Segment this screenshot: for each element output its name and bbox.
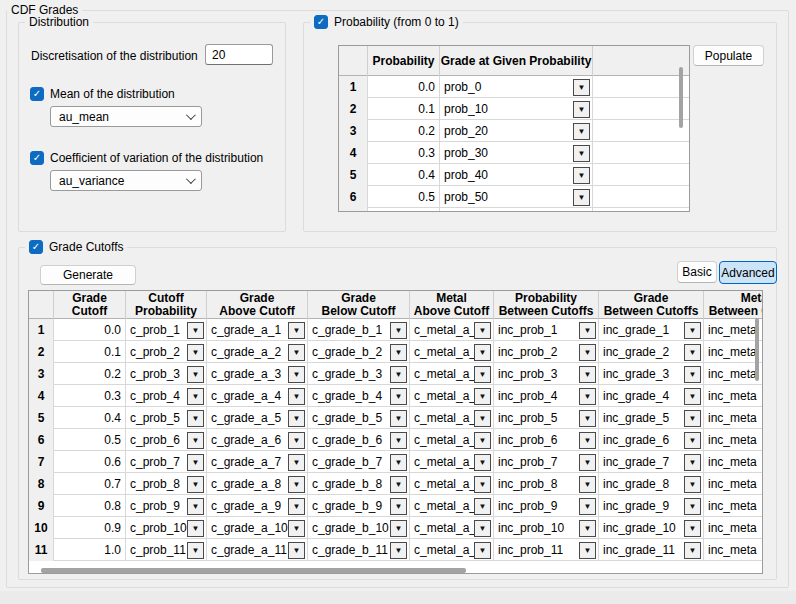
dropdown-button[interactable]: ▼ [288, 410, 305, 427]
grade-cutoff-cell: 0.6 [54, 451, 126, 473]
dropdown-button[interactable]: ▼ [684, 366, 701, 383]
mean-checkbox[interactable]: ✓ [30, 87, 44, 101]
dropdown-button[interactable]: ▼ [684, 520, 701, 537]
dropdown-button[interactable]: ▼ [579, 432, 596, 449]
grade_between-cell: inc_grade_5▼ [599, 407, 704, 429]
dropdown-button[interactable]: ▼ [684, 454, 701, 471]
cov-checkbox[interactable]: ✓ [30, 151, 44, 165]
mean-variable-select[interactable]: au_mean [50, 106, 202, 127]
dropdown-button[interactable]: ▼ [474, 454, 491, 471]
dropdown-button[interactable]: ▼ [288, 476, 305, 493]
dropdown-button[interactable]: ▼ [684, 542, 701, 559]
basic-button[interactable]: Basic [677, 261, 717, 283]
dropdown-button[interactable]: ▼ [390, 410, 407, 427]
dropdown-button[interactable]: ▼ [579, 410, 596, 427]
dropdown-button[interactable]: ▼ [187, 454, 204, 471]
dropdown-button[interactable]: ▼ [288, 322, 305, 339]
dropdown-button[interactable]: ▼ [187, 322, 204, 339]
dropdown-button[interactable]: ▼ [684, 344, 701, 361]
dropdown-button[interactable]: ▼ [390, 454, 407, 471]
dropdown-button[interactable]: ▼ [474, 322, 491, 339]
grade-value: prob_20 [440, 124, 573, 138]
dropdown-button[interactable]: ▼ [187, 366, 204, 383]
dropdown-button[interactable]: ▼ [579, 388, 596, 405]
dropdown-button[interactable]: ▼ [288, 388, 305, 405]
vertical-scrollbar-thumb[interactable] [755, 318, 759, 381]
grade-cutoffs-checkbox[interactable]: ✓ [29, 240, 43, 254]
dropdown-button[interactable]: ▼ [573, 123, 590, 140]
dropdown-button[interactable]: ▼ [573, 211, 590, 213]
dropdown-button[interactable]: ▼ [579, 520, 596, 537]
dropdown-button[interactable]: ▼ [474, 410, 491, 427]
dropdown-button[interactable]: ▼ [187, 432, 204, 449]
dropdown-button[interactable]: ▼ [684, 322, 701, 339]
grade_below-value: c_grade_b_10 [308, 521, 390, 535]
dropdown-button[interactable]: ▼ [573, 79, 590, 96]
populate-button[interactable]: Populate [693, 45, 764, 66]
metal_above-cell: c_metal_a_11▼ [410, 539, 494, 561]
dropdown-button[interactable]: ▼ [579, 498, 596, 515]
dropdown-button[interactable]: ▼ [579, 476, 596, 493]
dropdown-button[interactable]: ▼ [390, 344, 407, 361]
dropdown-button[interactable]: ▼ [187, 542, 204, 559]
dropdown-button[interactable]: ▼ [288, 542, 305, 559]
dropdown-button[interactable]: ▼ [187, 520, 204, 537]
dropdown-button[interactable]: ▼ [390, 388, 407, 405]
dropdown-button[interactable]: ▼ [579, 454, 596, 471]
dropdown-button[interactable]: ▼ [579, 366, 596, 383]
dropdown-button[interactable]: ▼ [573, 167, 590, 184]
dropdown-button[interactable]: ▼ [474, 344, 491, 361]
dropdown-button[interactable]: ▼ [187, 498, 204, 515]
dropdown-button[interactable]: ▼ [474, 388, 491, 405]
vertical-scrollbar-thumb[interactable] [679, 67, 683, 128]
cov-variable-select[interactable]: au_variance [50, 170, 202, 191]
dropdown-button[interactable]: ▼ [390, 476, 407, 493]
dropdown-button[interactable]: ▼ [684, 388, 701, 405]
dropdown-button[interactable]: ▼ [390, 432, 407, 449]
dropdown-button[interactable]: ▼ [390, 322, 407, 339]
metal_above-cell: c_metal_a_9▼ [410, 495, 494, 517]
dropdown-button[interactable]: ▼ [573, 189, 590, 206]
advanced-button[interactable]: Advanced [719, 261, 777, 284]
dropdown-button[interactable]: ▼ [573, 101, 590, 118]
dropdown-button[interactable]: ▼ [390, 542, 407, 559]
dropdown-button[interactable]: ▼ [579, 542, 596, 559]
probability-checkbox[interactable]: ✓ [314, 15, 328, 29]
dropdown-button[interactable]: ▼ [288, 366, 305, 383]
dropdown-button[interactable]: ▼ [187, 344, 204, 361]
row-number: 3 [339, 120, 368, 142]
dropdown-button[interactable]: ▼ [684, 476, 701, 493]
grade_between-value: inc_grade_4 [599, 389, 684, 403]
dropdown-button[interactable]: ▼ [187, 388, 204, 405]
dropdown-button[interactable]: ▼ [573, 145, 590, 162]
dropdown-button[interactable]: ▼ [390, 498, 407, 515]
dropdown-button[interactable]: ▼ [390, 366, 407, 383]
dropdown-button[interactable]: ▼ [474, 432, 491, 449]
dropdown-button[interactable]: ▼ [684, 498, 701, 515]
dropdown-button[interactable]: ▼ [579, 344, 596, 361]
dropdown-button[interactable]: ▼ [288, 432, 305, 449]
dropdown-button[interactable]: ▼ [474, 542, 491, 559]
dropdown-button[interactable]: ▼ [288, 454, 305, 471]
dropdown-button[interactable]: ▼ [390, 520, 407, 537]
grade_above-value: c_grade_a_8 [207, 477, 288, 491]
dropdown-button[interactable]: ▼ [684, 410, 701, 427]
discretisation-input[interactable] [205, 44, 273, 65]
dropdown-button[interactable]: ▼ [288, 498, 305, 515]
horizontal-scrollbar-thumb[interactable] [41, 568, 466, 573]
dropdown-button[interactable]: ▼ [474, 366, 491, 383]
grade-cutoff-cell: 1.0 [54, 539, 126, 561]
mean-checkbox-label: Mean of the distribution [50, 87, 175, 101]
dropdown-button[interactable]: ▼ [187, 410, 204, 427]
dropdown-button[interactable]: ▼ [474, 498, 491, 515]
grade-cutoffs-group: ✓ Grade Cutoffs Generate Basic Advanced … [18, 247, 777, 580]
filler-cell [593, 164, 689, 186]
generate-button[interactable]: Generate [40, 265, 136, 285]
dropdown-button[interactable]: ▼ [288, 344, 305, 361]
dropdown-button[interactable]: ▼ [187, 476, 204, 493]
dropdown-button[interactable]: ▼ [288, 520, 305, 537]
dropdown-button[interactable]: ▼ [579, 322, 596, 339]
dropdown-button[interactable]: ▼ [474, 520, 491, 537]
dropdown-button[interactable]: ▼ [474, 476, 491, 493]
dropdown-button[interactable]: ▼ [684, 432, 701, 449]
